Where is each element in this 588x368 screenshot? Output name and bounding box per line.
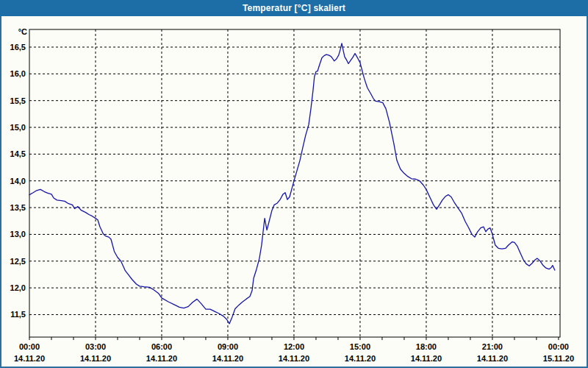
y-tick-label: 13,5 (10, 203, 26, 212)
axis-frame (29, 29, 560, 337)
x-tick-date-label: 14.11.20 (80, 354, 111, 363)
series-line (29, 43, 555, 324)
x-minor-ticks (29, 337, 559, 340)
x-tick-time-label: 21:00 (482, 342, 503, 351)
temperature-chart: 16,516,015,515,014,514,013,513,012,512,0… (0, 0, 588, 368)
window-title: Temperatur [°C] skaliert (243, 3, 345, 13)
y-axis-unit-label: °C (18, 27, 27, 36)
x-tick-date-label: 14.11.20 (212, 354, 243, 363)
x-tick-date-label: 14.11.20 (146, 354, 177, 363)
x-tick-time-label: 15:00 (350, 342, 370, 351)
x-tick-date-label: 14.11.20 (345, 354, 376, 363)
y-axis-labels: 16,516,015,515,014,514,013,513,012,512,0… (10, 43, 26, 319)
x-tick-date-label: 14.11.20 (279, 354, 309, 363)
x-tick-time-label: 09:00 (218, 342, 238, 351)
chart-window: Temperatur [°C] skaliert 16,516,015,515,… (0, 0, 588, 368)
x-tick-date-label: 14.11.20 (477, 354, 508, 363)
x-axis-labels: 00:0014.11.2003:0014.11.2006:0014.11.200… (14, 342, 574, 363)
y-tick-label: 15,5 (10, 96, 26, 105)
x-tick-date-label: 14.11.20 (14, 354, 45, 363)
window-titlebar[interactable]: Temperatur [°C] skaliert (0, 0, 588, 16)
window-border-left (0, 16, 1, 368)
y-tick-label: 12,5 (10, 257, 26, 266)
x-tick-time-label: 00:00 (548, 342, 569, 351)
temperature-series-line (29, 43, 555, 324)
y-tick-label: 16,0 (10, 69, 26, 78)
x-tick-time-label: 12:00 (284, 342, 304, 351)
y-tick-label: 13,0 (10, 230, 26, 238)
x-tick-date-label: 15.11.20 (543, 354, 574, 363)
y-tick-label: 12,0 (10, 283, 26, 292)
y-tick-label: 11,5 (10, 310, 26, 319)
x-tick-date-label: 14.11.20 (411, 354, 442, 363)
x-tick-time-label: 03:00 (85, 342, 106, 351)
y-unit-label: °C (18, 27, 27, 36)
y-tick-label: 15,0 (10, 123, 26, 132)
y-tick-label: 14,5 (10, 149, 26, 158)
y-tick-label: 14,0 (10, 177, 26, 185)
y-tick-label: 16,5 (10, 43, 26, 52)
x-tick-time-label: 18:00 (416, 342, 437, 351)
x-tick-time-label: 00:00 (19, 342, 40, 351)
x-tick-time-label: 06:00 (151, 342, 172, 351)
y-gridlines (29, 47, 560, 314)
